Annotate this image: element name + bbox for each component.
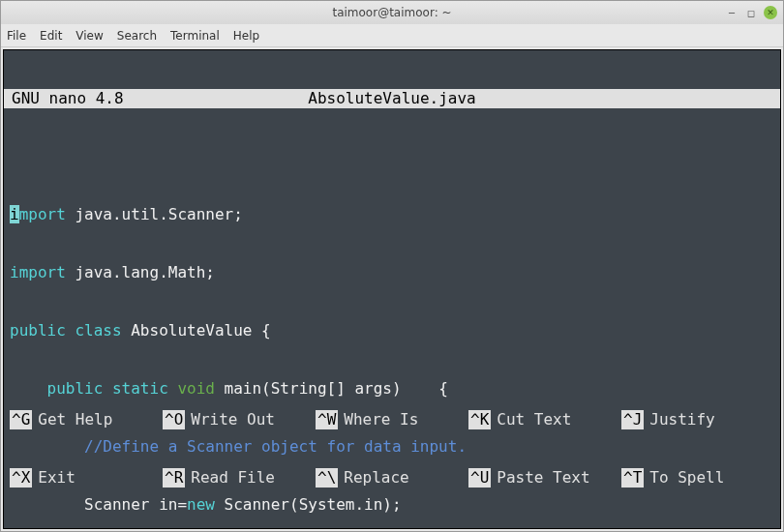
cursor: i <box>10 205 19 223</box>
window-controls: ─ ◻ ✕ <box>725 6 777 19</box>
code-line: public class AbsoluteValue { <box>10 321 774 340</box>
shortcut-get-help[interactable]: ^GGet Help <box>10 410 163 429</box>
code-line: import java.lang.Math; <box>10 263 774 282</box>
nano-version: GNU nano 4.8 <box>4 89 124 108</box>
shortcut-read-file[interactable]: ^RRead File <box>163 468 316 488</box>
close-icon[interactable]: ✕ <box>764 6 777 19</box>
shortcut-to-spell[interactable]: ^TTo Spell <box>621 468 774 488</box>
menu-terminal[interactable]: Terminal <box>170 29 220 43</box>
code-line: import java.util.Scanner; <box>10 205 774 224</box>
menu-search[interactable]: Search <box>117 29 157 43</box>
menu-view[interactable]: View <box>75 29 103 43</box>
shortcut-write-out[interactable]: ^OWrite Out <box>163 410 316 429</box>
nano-header: GNU nano 4.8 AbsoluteValue.java <box>4 89 780 108</box>
shortcut-justify[interactable]: ^JJustify <box>621 410 774 429</box>
titlebar: taimoor@taimoor: ~ ─ ◻ ✕ <box>1 1 783 24</box>
maximize-icon[interactable]: ◻ <box>744 6 758 19</box>
shortcut-replace[interactable]: ^\Replace <box>316 468 468 488</box>
menu-edit[interactable]: Edit <box>40 29 62 43</box>
menu-help[interactable]: Help <box>233 29 259 43</box>
shortcut-where-is[interactable]: ^WWhere Is <box>316 410 468 429</box>
window-title: taimoor@taimoor: ~ <box>332 6 451 19</box>
nano-footer: ^GGet Help ^OWrite Out ^WWhere Is ^KCut … <box>4 371 780 528</box>
minimize-icon[interactable]: ─ <box>725 6 739 19</box>
footer-row: ^XExit ^RRead File ^\Replace ^UPaste Tex… <box>10 468 774 488</box>
shortcut-exit[interactable]: ^XExit <box>10 468 163 488</box>
menu-file[interactable]: File <box>7 29 26 43</box>
shortcut-paste-text[interactable]: ^UPaste Text <box>468 468 621 488</box>
footer-row: ^GGet Help ^OWrite Out ^WWhere Is ^KCut … <box>10 410 774 429</box>
terminal-window: taimoor@taimoor: ~ ─ ◻ ✕ File Edit View … <box>0 0 784 532</box>
nano-filename: AbsoluteValue.java <box>308 89 475 108</box>
terminal-area[interactable]: GNU nano 4.8 AbsoluteValue.java import j… <box>3 49 781 529</box>
shortcut-cut-text[interactable]: ^KCut Text <box>468 410 621 429</box>
menubar: File Edit View Search Terminal Help <box>1 24 783 47</box>
